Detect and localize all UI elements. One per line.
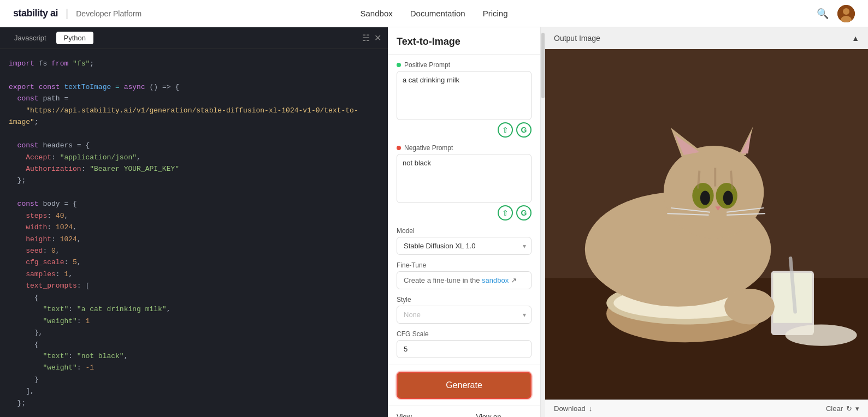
model-label: Model: [397, 227, 532, 235]
output-image-label: Output Image: [554, 34, 600, 43]
nav-pricing[interactable]: Pricing: [483, 9, 508, 18]
style-label: Style: [397, 296, 532, 303]
fine-tune-field: Fine-Tune Create a fine-tune in the sand…: [397, 261, 532, 289]
fine-tune-label: Fine-Tune: [397, 261, 532, 269]
search-icon[interactable]: 🔍: [817, 8, 829, 20]
fine-tune-sandbox-link[interactable]: sandbox: [482, 276, 509, 284]
cfg-scale-label: CFG Scale: [397, 330, 532, 338]
output-header-arrow: ▲: [852, 34, 859, 43]
style-field: Style None Photographic Cinematic Digita…: [397, 296, 532, 324]
avatar[interactable]: [837, 5, 855, 22]
positive-prompt-input[interactable]: a cat drinking milk: [397, 71, 532, 120]
svg-point-19: [723, 190, 733, 205]
view-github-link[interactable]: View on GitHub ↗: [476, 413, 532, 417]
code-panel-header: Javascript Python ☵ ✕: [0, 27, 388, 49]
dev-platform-label: Developer Platform: [76, 9, 141, 18]
negative-prompt-footer: ⇧ G: [397, 205, 532, 221]
code-panel: Javascript Python ☵ ✕ import fs from "fs…: [0, 27, 388, 417]
negative-prompt-input[interactable]: <span class="selected-text">not black</s…: [397, 154, 532, 203]
controls-inner: Positive Prompt a cat drinking milk ⇧ G …: [388, 55, 540, 365]
cfg-scale-input[interactable]: [397, 340, 532, 358]
controls-scrollbar-thumb[interactable]: [541, 33, 545, 98]
header-right: 🔍: [817, 5, 855, 22]
nav-sandbox[interactable]: Sandbox: [361, 9, 393, 18]
generate-area: Generate: [388, 365, 540, 406]
page-title: Text-to-Image: [388, 27, 540, 55]
positive-prompt-dot: [397, 63, 401, 67]
positive-upload-icon[interactable]: ⇧: [498, 122, 513, 138]
negative-prompt-label: Negative Prompt: [397, 144, 532, 152]
tab-javascript[interactable]: Javascript: [7, 32, 54, 44]
code-editor: import fs from "fs"; export const textTo…: [0, 49, 388, 417]
tab-python[interactable]: Python: [56, 32, 93, 44]
style-select-wrapper: None Photographic Cinematic Digital Art …: [397, 306, 532, 324]
positive-prompt-field: Positive Prompt a cat drinking milk ⇧ G: [397, 61, 532, 138]
controls-scrollbar[interactable]: [541, 27, 545, 417]
svg-point-30: [786, 324, 857, 345]
model-select[interactable]: Stable Diffusion XL 1.0 Stable Diffusion…: [397, 237, 532, 255]
logo-separator: |: [66, 7, 68, 20]
clear-button[interactable]: Clear ↻ ▾: [826, 404, 859, 413]
download-icon: ↓: [589, 404, 593, 413]
copy-icon[interactable]: ☵: [362, 33, 370, 43]
view-documentation-link[interactable]: View Documentation ↗: [397, 413, 467, 417]
output-header: Output Image ▲: [545, 27, 868, 49]
output-panel: Output Image ▲: [545, 27, 868, 417]
output-image: [545, 49, 868, 400]
clear-arrow: ▾: [855, 404, 859, 413]
cfg-scale-field: CFG Scale: [397, 330, 532, 358]
main-nav: Sandbox Documentation Pricing: [361, 9, 508, 18]
main-container: Javascript Python ☵ ✕ import fs from "fs…: [0, 0, 868, 417]
header-left: stability ai | Developer Platform: [13, 7, 141, 20]
clear-icon: ↻: [846, 404, 852, 413]
negative-grammar-icon[interactable]: G: [516, 205, 532, 221]
negative-upload-icon[interactable]: ⇧: [498, 205, 513, 221]
footer-links: View Documentation ↗ View on GitHub ↗: [388, 406, 540, 417]
model-select-wrapper: Stable Diffusion XL 1.0 Stable Diffusion…: [397, 237, 532, 255]
positive-grammar-icon[interactable]: G: [516, 122, 532, 138]
svg-line-27: [731, 171, 733, 189]
nav-documentation[interactable]: Documentation: [410, 9, 465, 18]
model-field: Model Stable Diffusion XL 1.0 Stable Dif…: [397, 227, 532, 255]
code-tabs: Javascript Python: [7, 32, 93, 44]
style-select[interactable]: None Photographic Cinematic Digital Art …: [397, 306, 532, 324]
download-button[interactable]: Download ↓: [554, 404, 592, 413]
positive-prompt-footer: ⇧ G: [397, 122, 532, 138]
fine-tune-box: Create a fine-tune in the sandbox ↗: [397, 271, 532, 289]
logo: stability ai: [13, 8, 58, 19]
svg-line-25: [698, 171, 700, 189]
svg-point-18: [700, 190, 710, 205]
right-content: Text-to-Image Positive Prompt a cat drin…: [388, 27, 868, 417]
close-icon[interactable]: ✕: [374, 33, 381, 43]
generate-button[interactable]: Generate: [397, 372, 532, 399]
output-footer: Download ↓ Clear ↻ ▾: [545, 400, 868, 417]
negative-prompt-dot: [397, 146, 401, 150]
header: stability ai | Developer Platform Sandbo…: [0, 0, 868, 27]
output-image-container: [545, 49, 868, 400]
negative-prompt-field: Negative Prompt <span class="selected-te…: [397, 144, 532, 221]
svg-point-29: [724, 289, 775, 325]
svg-point-11: [664, 146, 764, 239]
positive-prompt-label: Positive Prompt: [397, 61, 532, 69]
code-panel-actions: ☵ ✕: [362, 33, 381, 43]
svg-point-1: [843, 8, 849, 15]
controls-panel: Text-to-Image Positive Prompt a cat drin…: [388, 27, 541, 417]
